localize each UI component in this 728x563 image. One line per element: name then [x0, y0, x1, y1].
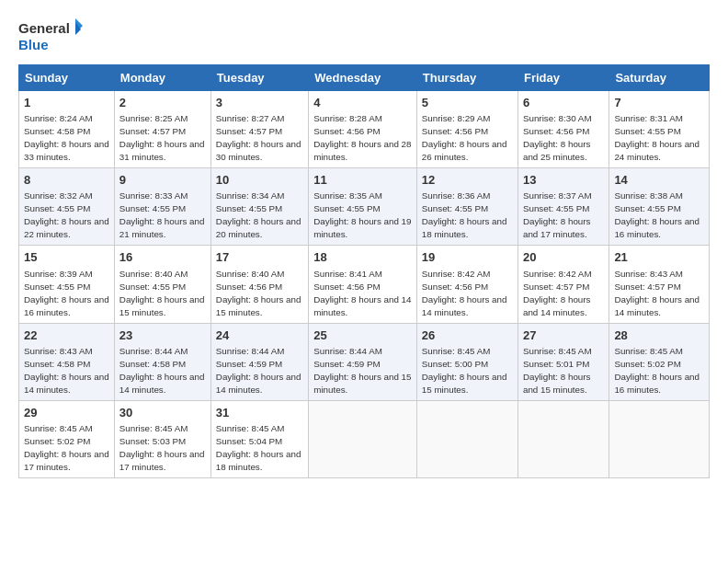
calendar-cell: 4Sunrise: 8:28 AMSunset: 4:56 PMDaylight…	[309, 91, 417, 168]
sunrise-info: Sunrise: 8:39 AMSunset: 4:55 PMDaylight:…	[24, 269, 109, 317]
header: General Blue	[18, 17, 710, 55]
sunrise-info: Sunrise: 8:34 AMSunset: 4:55 PMDaylight:…	[216, 190, 301, 239]
calendar-cell: 28Sunrise: 8:45 AMSunset: 5:02 PMDayligh…	[609, 323, 710, 400]
week-row-1: 1Sunrise: 8:24 AMSunset: 4:58 PMDaylight…	[19, 91, 710, 168]
day-number: 6	[523, 95, 604, 111]
col-header-sunday: Sunday	[19, 65, 115, 91]
calendar-cell: 14Sunrise: 8:38 AMSunset: 4:55 PMDayligh…	[609, 168, 710, 246]
calendar-cell: 19Sunrise: 8:42 AMSunset: 4:56 PMDayligh…	[416, 246, 518, 323]
day-number: 27	[523, 327, 604, 344]
calendar-cell: 3Sunrise: 8:27 AMSunset: 4:57 PMDaylight…	[210, 91, 308, 168]
sunrise-info: Sunrise: 8:45 AMSunset: 5:00 PMDaylight:…	[422, 346, 507, 395]
sunrise-info: Sunrise: 8:43 AMSunset: 4:58 PMDaylight:…	[24, 346, 109, 395]
svg-text:Blue: Blue	[18, 37, 49, 52]
col-header-wednesday: Wednesday	[309, 65, 417, 91]
day-number: 7	[614, 95, 704, 111]
day-number: 30	[119, 405, 206, 421]
day-number: 31	[216, 405, 303, 421]
calendar-table: SundayMondayTuesdayWednesdayThursdayFrid…	[18, 64, 710, 478]
sunrise-info: Sunrise: 8:45 AMSunset: 5:02 PMDaylight:…	[614, 346, 700, 395]
calendar-cell: 16Sunrise: 8:40 AMSunset: 4:55 PMDayligh…	[114, 246, 210, 323]
calendar-cell: 10Sunrise: 8:34 AMSunset: 4:55 PMDayligh…	[210, 168, 308, 246]
day-number: 13	[523, 172, 604, 189]
day-number: 12	[422, 172, 513, 189]
sunrise-info: Sunrise: 8:25 AMSunset: 4:57 PMDaylight:…	[119, 113, 205, 162]
calendar-cell: 13Sunrise: 8:37 AMSunset: 4:55 PMDayligh…	[518, 168, 609, 246]
sunrise-info: Sunrise: 8:42 AMSunset: 4:56 PMDaylight:…	[422, 269, 507, 317]
calendar-cell: 23Sunrise: 8:44 AMSunset: 4:58 PMDayligh…	[114, 323, 210, 400]
day-number: 16	[119, 249, 206, 266]
day-number: 29	[24, 405, 109, 421]
day-number: 11	[313, 172, 412, 189]
calendar-cell: 21Sunrise: 8:43 AMSunset: 4:57 PMDayligh…	[609, 246, 710, 323]
day-number: 28	[614, 327, 704, 344]
sunrise-info: Sunrise: 8:28 AMSunset: 4:56 PMDaylight:…	[313, 113, 411, 162]
week-row-5: 29Sunrise: 8:45 AMSunset: 5:02 PMDayligh…	[19, 400, 710, 477]
svg-text:General: General	[18, 20, 70, 36]
calendar-cell: 15Sunrise: 8:39 AMSunset: 4:55 PMDayligh…	[19, 246, 115, 323]
day-number: 15	[24, 249, 109, 266]
day-number: 26	[422, 327, 513, 344]
calendar-cell: 26Sunrise: 8:45 AMSunset: 5:00 PMDayligh…	[416, 323, 518, 400]
sunrise-info: Sunrise: 8:40 AMSunset: 4:56 PMDaylight:…	[216, 269, 301, 317]
day-number: 23	[119, 327, 206, 344]
calendar-header-row: SundayMondayTuesdayWednesdayThursdayFrid…	[19, 65, 710, 91]
calendar-body: 1Sunrise: 8:24 AMSunset: 4:58 PMDaylight…	[19, 91, 710, 478]
day-number: 1	[24, 95, 109, 111]
col-header-monday: Monday	[114, 65, 210, 91]
day-number: 4	[313, 95, 412, 111]
sunrise-info: Sunrise: 8:33 AMSunset: 4:55 PMDaylight:…	[119, 190, 205, 239]
col-header-friday: Friday	[518, 65, 609, 91]
sunrise-info: Sunrise: 8:45 AMSunset: 5:02 PMDaylight:…	[24, 423, 109, 472]
calendar-cell: 5Sunrise: 8:29 AMSunset: 4:56 PMDaylight…	[416, 91, 518, 168]
calendar-cell: 12Sunrise: 8:36 AMSunset: 4:55 PMDayligh…	[416, 168, 518, 246]
day-number: 9	[119, 172, 206, 189]
col-header-saturday: Saturday	[609, 65, 710, 91]
sunrise-info: Sunrise: 8:45 AMSunset: 5:03 PMDaylight:…	[119, 423, 205, 472]
calendar-cell: 27Sunrise: 8:45 AMSunset: 5:01 PMDayligh…	[518, 323, 609, 400]
day-number: 5	[422, 95, 513, 111]
calendar-cell: 17Sunrise: 8:40 AMSunset: 4:56 PMDayligh…	[210, 246, 308, 323]
day-number: 18	[313, 249, 412, 266]
calendar-cell	[309, 400, 417, 477]
sunrise-info: Sunrise: 8:37 AMSunset: 4:55 PMDaylight:…	[523, 190, 592, 239]
calendar-cell: 8Sunrise: 8:32 AMSunset: 4:55 PMDaylight…	[19, 168, 115, 246]
day-number: 14	[614, 172, 704, 189]
day-number: 8	[24, 172, 109, 189]
sunrise-info: Sunrise: 8:31 AMSunset: 4:55 PMDaylight:…	[614, 113, 700, 162]
day-number: 24	[216, 327, 303, 344]
sunrise-info: Sunrise: 8:35 AMSunset: 4:55 PMDaylight:…	[313, 190, 411, 239]
sunrise-info: Sunrise: 8:40 AMSunset: 4:55 PMDaylight:…	[119, 269, 205, 317]
day-number: 22	[24, 327, 109, 344]
day-number: 20	[523, 249, 604, 266]
sunrise-info: Sunrise: 8:38 AMSunset: 4:55 PMDaylight:…	[614, 190, 700, 239]
day-number: 25	[313, 327, 412, 344]
calendar-cell: 30Sunrise: 8:45 AMSunset: 5:03 PMDayligh…	[114, 400, 210, 477]
sunrise-info: Sunrise: 8:27 AMSunset: 4:57 PMDaylight:…	[216, 113, 301, 162]
calendar-cell: 20Sunrise: 8:42 AMSunset: 4:57 PMDayligh…	[518, 246, 609, 323]
page: General Blue SundayMondayTuesdayWednesda…	[0, 0, 728, 563]
calendar-cell: 25Sunrise: 8:44 AMSunset: 4:59 PMDayligh…	[309, 323, 417, 400]
sunrise-info: Sunrise: 8:45 AMSunset: 5:04 PMDaylight:…	[216, 423, 301, 472]
sunrise-info: Sunrise: 8:29 AMSunset: 4:56 PMDaylight:…	[422, 113, 507, 162]
calendar-cell: 31Sunrise: 8:45 AMSunset: 5:04 PMDayligh…	[210, 400, 308, 477]
calendar-cell: 18Sunrise: 8:41 AMSunset: 4:56 PMDayligh…	[309, 246, 417, 323]
sunrise-info: Sunrise: 8:44 AMSunset: 4:58 PMDaylight:…	[119, 346, 205, 395]
calendar-cell	[416, 400, 518, 477]
sunrise-info: Sunrise: 8:42 AMSunset: 4:57 PMDaylight:…	[523, 269, 592, 317]
week-row-4: 22Sunrise: 8:43 AMSunset: 4:58 PMDayligh…	[19, 323, 710, 400]
calendar-cell: 24Sunrise: 8:44 AMSunset: 4:59 PMDayligh…	[210, 323, 308, 400]
sunrise-info: Sunrise: 8:44 AMSunset: 4:59 PMDaylight:…	[313, 346, 411, 395]
sunrise-info: Sunrise: 8:45 AMSunset: 5:01 PMDaylight:…	[523, 346, 592, 395]
col-header-tuesday: Tuesday	[210, 65, 308, 91]
sunrise-info: Sunrise: 8:44 AMSunset: 4:59 PMDaylight:…	[216, 346, 301, 395]
calendar-cell	[609, 400, 710, 477]
sunrise-info: Sunrise: 8:30 AMSunset: 4:56 PMDaylight:…	[523, 113, 592, 162]
day-number: 19	[422, 249, 513, 266]
calendar-cell: 2Sunrise: 8:25 AMSunset: 4:57 PMDaylight…	[114, 91, 210, 168]
logo-svg: General Blue	[18, 17, 83, 55]
calendar-cell: 11Sunrise: 8:35 AMSunset: 4:55 PMDayligh…	[309, 168, 417, 246]
logo: General Blue	[18, 17, 83, 55]
day-number: 3	[216, 95, 303, 111]
day-number: 10	[216, 172, 303, 189]
